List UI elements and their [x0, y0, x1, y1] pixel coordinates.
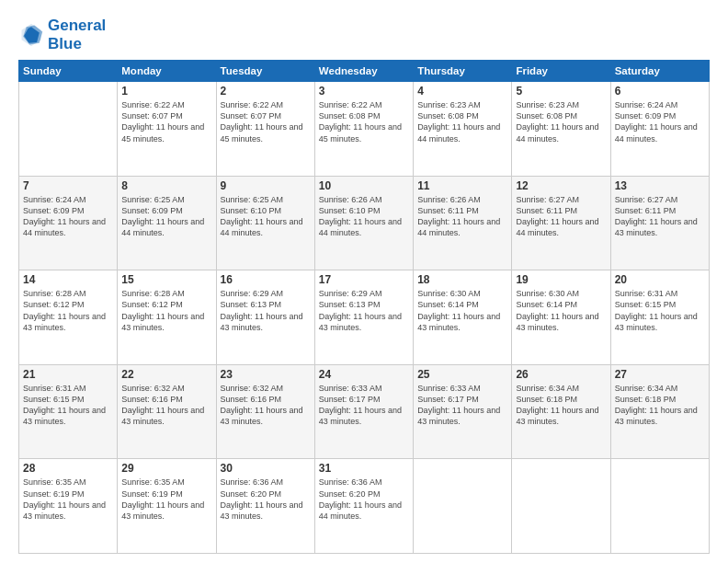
calendar-cell: 7Sunrise: 6:24 AMSunset: 6:09 PMDaylight…: [19, 176, 118, 270]
cell-info: Sunrise: 6:22 AMSunset: 6:07 PMDaylight:…: [121, 99, 211, 144]
cell-info: Sunrise: 6:33 AMSunset: 6:17 PMDaylight:…: [319, 383, 409, 428]
calendar-cell: 9Sunrise: 6:25 AMSunset: 6:10 PMDaylight…: [216, 176, 314, 270]
day-number: 31: [319, 462, 409, 475]
day-number: 30: [221, 462, 311, 475]
calendar-week-row: 14Sunrise: 6:28 AMSunset: 6:12 PMDayligh…: [19, 270, 710, 365]
cell-info: Sunrise: 6:36 AMSunset: 6:20 PMDaylight:…: [319, 477, 409, 522]
day-number: 11: [417, 179, 507, 192]
calendar-cell: 26Sunrise: 6:34 AMSunset: 6:18 PMDayligh…: [512, 364, 610, 459]
day-number: 28: [23, 462, 113, 475]
weekday-header: Friday: [512, 61, 610, 82]
cell-info: Sunrise: 6:25 AMSunset: 6:09 PMDaylight:…: [121, 194, 211, 239]
calendar-cell: [19, 82, 118, 177]
weekday-header: Tuesday: [216, 61, 314, 82]
day-number: 3: [319, 85, 409, 98]
calendar-cell: 2Sunrise: 6:22 AMSunset: 6:07 PMDaylight…: [216, 82, 314, 177]
day-number: 8: [121, 179, 211, 192]
calendar-cell: 17Sunrise: 6:29 AMSunset: 6:13 PMDayligh…: [314, 270, 413, 365]
day-number: 1: [121, 85, 211, 98]
day-number: 9: [221, 179, 311, 192]
cell-info: Sunrise: 6:26 AMSunset: 6:11 PMDaylight:…: [417, 194, 507, 239]
page: General Blue SundayMondayTuesdayWednesda…: [0, 0, 728, 563]
cell-info: Sunrise: 6:26 AMSunset: 6:10 PMDaylight:…: [319, 194, 409, 239]
calendar-cell: 6Sunrise: 6:24 AMSunset: 6:09 PMDaylight…: [610, 82, 709, 177]
calendar-week-row: 7Sunrise: 6:24 AMSunset: 6:09 PMDaylight…: [19, 176, 710, 270]
day-number: 26: [516, 368, 606, 381]
day-number: 16: [221, 273, 311, 286]
weekday-header: Saturday: [610, 61, 709, 82]
calendar-cell: 13Sunrise: 6:27 AMSunset: 6:11 PMDayligh…: [610, 176, 709, 270]
day-number: 23: [221, 368, 311, 381]
cell-info: Sunrise: 6:33 AMSunset: 6:17 PMDaylight:…: [417, 383, 507, 428]
calendar-cell: 30Sunrise: 6:36 AMSunset: 6:20 PMDayligh…: [216, 459, 314, 554]
cell-info: Sunrise: 6:27 AMSunset: 6:11 PMDaylight:…: [516, 194, 606, 239]
day-number: 22: [121, 368, 211, 381]
cell-info: Sunrise: 6:29 AMSunset: 6:13 PMDaylight:…: [319, 288, 409, 333]
day-number: 7: [23, 179, 113, 192]
calendar-cell: 16Sunrise: 6:29 AMSunset: 6:13 PMDayligh…: [216, 270, 314, 365]
day-number: 6: [615, 85, 705, 98]
calendar-cell: 28Sunrise: 6:35 AMSunset: 6:19 PMDayligh…: [19, 459, 118, 554]
calendar-cell: [414, 459, 512, 554]
day-number: 2: [221, 85, 311, 98]
calendar-cell: 4Sunrise: 6:23 AMSunset: 6:08 PMDaylight…: [414, 82, 512, 177]
cell-info: Sunrise: 6:31 AMSunset: 6:15 PMDaylight:…: [23, 383, 113, 428]
day-number: 15: [121, 273, 211, 286]
cell-info: Sunrise: 6:28 AMSunset: 6:12 PMDaylight:…: [121, 288, 211, 333]
header: General Blue: [18, 17, 710, 52]
day-number: 14: [23, 273, 113, 286]
cell-info: Sunrise: 6:22 AMSunset: 6:08 PMDaylight:…: [319, 99, 409, 144]
weekday-header: Monday: [118, 61, 216, 82]
day-number: 18: [417, 273, 507, 286]
calendar-cell: 8Sunrise: 6:25 AMSunset: 6:09 PMDaylight…: [118, 176, 216, 270]
day-number: 12: [516, 179, 606, 192]
calendar-cell: 23Sunrise: 6:32 AMSunset: 6:16 PMDayligh…: [216, 364, 314, 459]
calendar-cell: [512, 459, 610, 554]
calendar-cell: 1Sunrise: 6:22 AMSunset: 6:07 PMDaylight…: [118, 82, 216, 177]
day-number: 29: [121, 462, 211, 475]
calendar-cell: 10Sunrise: 6:26 AMSunset: 6:10 PMDayligh…: [314, 176, 413, 270]
cell-info: Sunrise: 6:30 AMSunset: 6:14 PMDaylight:…: [516, 288, 606, 333]
calendar-table: SundayMondayTuesdayWednesdayThursdayFrid…: [18, 60, 710, 554]
day-number: 10: [319, 179, 409, 192]
calendar-week-row: 28Sunrise: 6:35 AMSunset: 6:19 PMDayligh…: [19, 459, 710, 554]
calendar-cell: 22Sunrise: 6:32 AMSunset: 6:16 PMDayligh…: [118, 364, 216, 459]
day-number: 27: [615, 368, 705, 381]
calendar-cell: 12Sunrise: 6:27 AMSunset: 6:11 PMDayligh…: [512, 176, 610, 270]
cell-info: Sunrise: 6:24 AMSunset: 6:09 PMDaylight:…: [23, 194, 113, 239]
cell-info: Sunrise: 6:23 AMSunset: 6:08 PMDaylight:…: [516, 99, 606, 144]
cell-info: Sunrise: 6:24 AMSunset: 6:09 PMDaylight:…: [615, 99, 705, 144]
cell-info: Sunrise: 6:25 AMSunset: 6:10 PMDaylight:…: [221, 194, 311, 239]
cell-info: Sunrise: 6:34 AMSunset: 6:18 PMDaylight:…: [615, 383, 705, 428]
calendar-cell: 29Sunrise: 6:35 AMSunset: 6:19 PMDayligh…: [118, 459, 216, 554]
calendar-cell: 14Sunrise: 6:28 AMSunset: 6:12 PMDayligh…: [19, 270, 118, 365]
cell-info: Sunrise: 6:28 AMSunset: 6:12 PMDaylight:…: [23, 288, 113, 333]
calendar-cell: 24Sunrise: 6:33 AMSunset: 6:17 PMDayligh…: [314, 364, 413, 459]
day-number: 20: [615, 273, 705, 286]
cell-info: Sunrise: 6:36 AMSunset: 6:20 PMDaylight:…: [221, 477, 311, 522]
calendar-cell: 18Sunrise: 6:30 AMSunset: 6:14 PMDayligh…: [414, 270, 512, 365]
calendar-header-row: SundayMondayTuesdayWednesdayThursdayFrid…: [19, 61, 710, 82]
calendar-body: 1Sunrise: 6:22 AMSunset: 6:07 PMDaylight…: [19, 82, 710, 554]
calendar-cell: 19Sunrise: 6:30 AMSunset: 6:14 PMDayligh…: [512, 270, 610, 365]
weekday-header: Wednesday: [314, 61, 413, 82]
calendar-cell: [610, 459, 709, 554]
calendar-cell: 27Sunrise: 6:34 AMSunset: 6:18 PMDayligh…: [610, 364, 709, 459]
weekday-header: Sunday: [19, 61, 118, 82]
day-number: 24: [319, 368, 409, 381]
calendar-week-row: 1Sunrise: 6:22 AMSunset: 6:07 PMDaylight…: [19, 82, 710, 177]
calendar-cell: 20Sunrise: 6:31 AMSunset: 6:15 PMDayligh…: [610, 270, 709, 365]
calendar-cell: 3Sunrise: 6:22 AMSunset: 6:08 PMDaylight…: [314, 82, 413, 177]
cell-info: Sunrise: 6:30 AMSunset: 6:14 PMDaylight:…: [417, 288, 507, 333]
cell-info: Sunrise: 6:34 AMSunset: 6:18 PMDaylight:…: [516, 383, 606, 428]
cell-info: Sunrise: 6:32 AMSunset: 6:16 PMDaylight:…: [221, 383, 311, 428]
calendar-cell: 31Sunrise: 6:36 AMSunset: 6:20 PMDayligh…: [314, 459, 413, 554]
cell-info: Sunrise: 6:27 AMSunset: 6:11 PMDaylight:…: [615, 194, 705, 239]
cell-info: Sunrise: 6:35 AMSunset: 6:19 PMDaylight:…: [23, 477, 113, 522]
weekday-header: Thursday: [414, 61, 512, 82]
calendar-cell: 15Sunrise: 6:28 AMSunset: 6:12 PMDayligh…: [118, 270, 216, 365]
cell-info: Sunrise: 6:35 AMSunset: 6:19 PMDaylight:…: [121, 477, 211, 522]
calendar-cell: 21Sunrise: 6:31 AMSunset: 6:15 PMDayligh…: [19, 364, 118, 459]
day-number: 5: [516, 85, 606, 98]
day-number: 13: [615, 179, 705, 192]
